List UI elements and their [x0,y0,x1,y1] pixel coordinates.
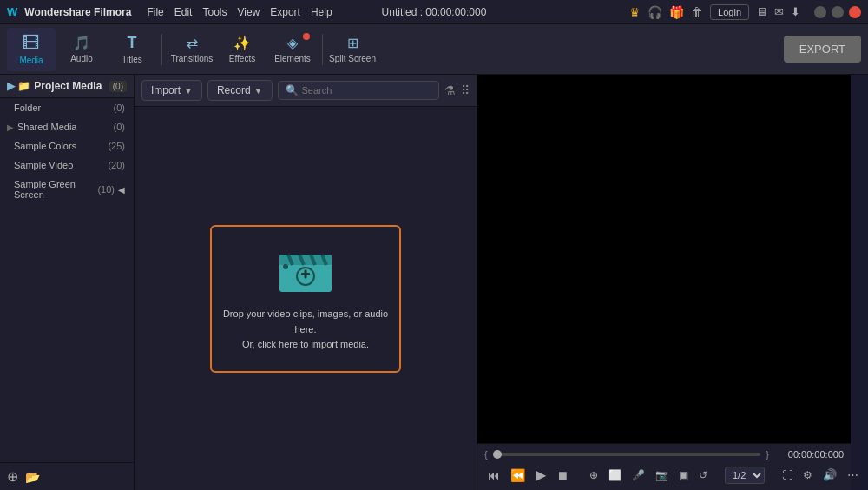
menu-edit[interactable]: Edit [174,6,193,18]
drop-zone[interactable]: Drop your video clips, images, or audio … [135,107,477,490]
menu-file[interactable]: File [147,6,163,18]
elements-badge [303,33,310,40]
left-panel-footer: ⊕ 📂 [0,462,134,490]
trash-icon[interactable]: 🗑 [691,5,703,19]
record-button[interactable]: Record ▼ [207,80,273,101]
toolbar-media[interactable]: 🎞 Media [7,28,56,71]
more-button[interactable]: ⋯ [844,467,862,483]
window-title: Untitled : 00:00:00:000 [382,6,487,18]
menu-help[interactable]: Help [311,6,332,18]
titlebar: W Wondershare Filmora File Edit Tools Vi… [0,0,868,24]
pip-button[interactable]: ▣ [675,467,692,483]
timecode-display: 00:00:00:000 [774,449,844,460]
transitions-icon: ⇄ [187,35,198,51]
snapshot-button[interactable]: 📷 [652,467,672,483]
filter-button[interactable]: ⚗ [444,83,456,97]
crop-button[interactable]: ⬜ [605,467,625,483]
play-button[interactable]: ▶ [532,465,549,485]
add-folder-button[interactable]: ⊕ [7,468,18,485]
toolbar-audio[interactable]: 🎵 Audio [57,28,106,71]
open-folder-button[interactable]: 📂 [25,470,40,484]
folder-icon: ▶ 📁 [7,80,30,92]
clapboard-icon [275,244,336,296]
app-name: Wondershare Filmora [24,6,131,18]
sidebar-item-shared-media[interactable]: ▶ Shared Media (0) [0,117,134,136]
progress-handle[interactable] [493,450,502,459]
left-panel: ▶ 📁 Project Media (0) Folder (0) ▶ Share… [0,75,135,490]
fullscreen-button[interactable]: ⛶ [779,467,796,483]
left-panel-header: ▶ 📁 Project Media (0) [0,75,134,98]
audio-icon: 🎵 [73,35,90,51]
titles-icon: T [128,34,137,52]
minimize-button[interactable]: – [814,6,826,18]
loop-button[interactable]: ↺ [695,467,711,483]
download-icon[interactable]: ⬇ [791,5,800,18]
preview-progress-row: { } 00:00:00:000 [484,449,844,460]
effects-icon: ✨ [233,35,251,51]
window-controls: – □ ✕ [814,6,861,18]
panel-title: ▶ 📁 Project Media [7,80,102,92]
mic-button[interactable]: 🎤 [628,467,648,483]
sidebar-item-sample-video[interactable]: Sample Video (20) [0,156,134,175]
import-button[interactable]: Import ▼ [141,80,202,101]
center-toolbar: Import ▼ Record ▼ 🔍 ⚗ ⠿ [135,75,477,107]
collapse-arrow-icon: ◀ [118,185,125,195]
gift-icon[interactable]: 🎁 [669,5,684,19]
menu-bar: File Edit Tools View Export Help [147,6,332,18]
skip-back-button[interactable]: ⏮ [484,467,503,484]
toolbar-elements[interactable]: ◈ Elements [268,28,317,71]
zoom-select[interactable]: 1/2 1/4 1/1 Fit [725,467,765,484]
progress-right-bracket: } [766,449,769,460]
preview-progress-bar[interactable] [493,453,761,456]
preview-controls: { } 00:00:00:000 ⏮ ⏪ ▶ ⏹ ⊕ ⬜ 🎤 📷 ▣ ↺ [477,443,851,490]
export-button[interactable]: EXPORT [784,36,861,63]
auto-enhance-button[interactable]: ⊕ [586,467,602,483]
maximize-button[interactable]: □ [832,6,844,18]
search-input[interactable] [302,85,431,96]
grid-view-button[interactable]: ⠿ [461,83,470,97]
sidebar-item-sample-colors[interactable]: Sample Colors (25) [0,136,134,156]
toolbar-titles[interactable]: T Titles [108,28,156,71]
step-back-button[interactable]: ⏪ [507,467,529,484]
stop-button[interactable]: ⏹ [553,467,572,484]
settings-button[interactable]: ⚙ [799,467,816,483]
panel-count-badge: (0) [109,81,127,92]
main-area: ▶ 📁 Project Media (0) Folder (0) ▶ Share… [0,75,868,490]
search-icon: 🔍 [286,84,299,96]
import-drop-area[interactable]: Drop your video clips, images, or audio … [210,225,401,373]
toolbar-separator-2 [322,34,323,65]
progress-left-bracket: { [484,449,488,460]
drop-zone-text: Drop your video clips, images, or audio … [212,307,399,353]
login-button[interactable]: Login [710,4,749,20]
arrow-icon: ▶ [7,122,14,132]
crown-icon: ♛ [629,5,641,19]
monitor-icon: 🖥 [756,5,767,18]
volume-button[interactable]: 🔊 [819,467,840,483]
import-dropdown-arrow: ▼ [184,86,193,96]
center-panel: Import ▼ Record ▼ 🔍 ⚗ ⠿ [135,75,477,490]
playback-controls-row: ⏮ ⏪ ▶ ⏹ ⊕ ⬜ 🎤 📷 ▣ ↺ 1/2 1/4 1/1 Fit [484,465,844,485]
menu-export[interactable]: Export [270,6,300,18]
toolbar-transitions[interactable]: ⇄ Transitions [168,28,216,71]
record-dropdown-arrow: ▼ [254,86,263,96]
toolbar-effects[interactable]: ✨ Effects [218,28,266,71]
media-icon: 🎞 [23,33,40,53]
close-button[interactable]: ✕ [849,6,861,18]
preview-panel: { } 00:00:00:000 ⏮ ⏪ ▶ ⏹ ⊕ ⬜ 🎤 📷 ▣ ↺ [477,75,851,490]
toolbar-separator-1 [161,34,162,65]
search-box: 🔍 [278,81,439,100]
mail-icon[interactable]: ✉ [774,5,784,18]
menu-view[interactable]: View [237,6,260,18]
menu-tools[interactable]: Tools [202,6,227,18]
elements-icon: ◈ [287,35,298,51]
svg-rect-7 [305,270,307,279]
preview-area [477,75,851,443]
app-logo: W [7,5,17,18]
sidebar-item-sample-green-screen[interactable]: Sample Green Screen (10) ◀ [0,175,134,204]
main-toolbar: 🎞 Media 🎵 Audio T Titles ⇄ Transitions ✨… [0,24,868,75]
svg-point-9 [283,264,288,269]
split-screen-icon: ⊞ [347,35,358,51]
sidebar-item-folder[interactable]: Folder (0) [0,98,134,117]
headphones-icon[interactable]: 🎧 [648,5,662,19]
toolbar-split-screen[interactable]: ⊞ Split Screen [328,28,377,71]
